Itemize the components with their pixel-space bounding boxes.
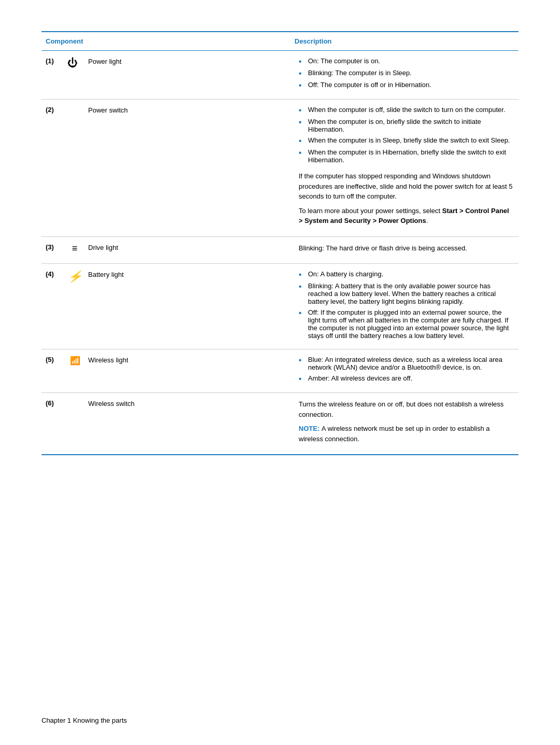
table-header: Component Description xyxy=(41,32,519,51)
component-header: Component xyxy=(41,35,290,47)
list-item: • Blinking: A battery that is the only a… xyxy=(299,282,514,305)
row-number-1: (1) xyxy=(46,57,61,65)
power-switch-plain-1: If the computer has stopped responding a… xyxy=(299,171,514,202)
power-switch-plain-2: To learn more about your power settings,… xyxy=(299,206,514,226)
description-header: Description xyxy=(290,35,519,47)
bullet-text: Off: If the computer is plugged into an … xyxy=(308,308,514,340)
description-cell-power-light: • On: The computer is on. • Blinking: Th… xyxy=(290,51,519,99)
component-cell-wireless-switch: (6) Wireless switch xyxy=(41,393,290,454)
bullet-icon: • xyxy=(299,81,304,90)
bullet-text: On: A battery is charging. xyxy=(308,270,383,278)
list-item: • Blue: An integrated wireless device, s… xyxy=(299,356,514,371)
battery-light-label: Battery light xyxy=(88,270,124,278)
bullet-icon: • xyxy=(299,283,304,291)
list-item: • Blinking: The computer is in Sleep. xyxy=(299,69,514,78)
description-cell-battery-light: • On: A battery is charging. • Blinking:… xyxy=(290,264,519,349)
bullet-text: Blue: An integrated wireless device, suc… xyxy=(308,356,514,371)
row-number-3: (3) xyxy=(46,243,61,251)
bullet-text: When the computer is off, slide the swit… xyxy=(308,106,506,114)
list-item: • When the computer is in Hibernation, b… xyxy=(299,148,514,164)
power-light-bullets: • On: The computer is on. • Blinking: Th… xyxy=(299,57,514,90)
bullet-icon: • xyxy=(299,375,304,383)
wireless-light-label: Wireless light xyxy=(88,356,128,364)
wireless-light-bullets: • Blue: An integrated wireless device, s… xyxy=(299,356,514,383)
row-number-5: (5) xyxy=(46,356,61,363)
page-footer: Chapter 1 Knowing the parts xyxy=(41,716,127,724)
description-cell-drive-light: Blinking: The hard drive or flash drive … xyxy=(290,237,519,264)
row-number-2: (2) xyxy=(46,106,61,114)
list-item: • Amber: All wireless devices are off. xyxy=(299,374,514,383)
components-table: Component Description (1) ⏻ Power light … xyxy=(41,31,519,455)
list-item: • Off: The computer is off or in Hiberna… xyxy=(299,81,514,90)
bullet-text: Blinking: The computer is in Sleep. xyxy=(308,69,412,77)
footer-text: Chapter 1 Knowing the parts xyxy=(41,716,127,724)
table-row: (5) 📶 Wireless light • Blue: An integrat… xyxy=(41,349,519,393)
table-row: (3) ≡ Drive light Blinking: The hard dri… xyxy=(41,237,519,264)
power-icon: ⏻ xyxy=(67,57,82,69)
wireless-switch-note: NOTE: A wireless network must be set up … xyxy=(299,424,514,444)
table-row: (6) Wireless switch Turns the wireless f… xyxy=(41,393,519,454)
power-light-label: Power light xyxy=(88,57,121,65)
battery-light-bullets: • On: A battery is charging. • Blinking:… xyxy=(299,270,514,340)
table-row: (1) ⏻ Power light • On: The computer is … xyxy=(41,51,519,100)
note-text: A wireless network must be set up in ord… xyxy=(299,425,490,443)
component-cell-drive-light: (3) ≡ Drive light xyxy=(41,237,290,264)
bullet-icon: • xyxy=(299,58,304,66)
component-cell-wireless-light: (5) 📶 Wireless light xyxy=(41,349,290,392)
bold-text: Start > Control Panel > System and Secur… xyxy=(299,207,509,225)
bullet-text: When the computer is on, briefly slide t… xyxy=(308,118,514,133)
bullet-icon: • xyxy=(299,309,304,317)
bullet-icon: • xyxy=(299,69,304,78)
power-switch-bullets: • When the computer is off, slide the sw… xyxy=(299,106,514,164)
bullet-icon: • xyxy=(299,356,304,364)
bullet-text: When the computer is in Sleep, briefly s… xyxy=(308,136,510,144)
list-item: • When the computer is off, slide the sw… xyxy=(299,106,514,115)
bullet-text: Blinking: A battery that is the only ava… xyxy=(308,282,514,305)
bullet-text: Off: The computer is off or in Hibernati… xyxy=(308,81,431,89)
bullet-icon: • xyxy=(299,106,304,115)
table-row: (2) Power switch • When the computer is … xyxy=(41,100,519,237)
list-item: • Off: If the computer is plugged into a… xyxy=(299,308,514,340)
bullet-text: On: The computer is on. xyxy=(308,57,380,65)
description-cell-power-switch: • When the computer is off, slide the sw… xyxy=(290,100,519,236)
note-label: NOTE: xyxy=(299,425,321,432)
row-number-6: (6) xyxy=(46,399,61,407)
list-item: • When the computer is on, briefly slide… xyxy=(299,118,514,133)
description-cell-wireless-switch: Turns the wireless feature on or off, bu… xyxy=(290,393,519,454)
row-number-4: (4) xyxy=(46,270,61,278)
battery-icon: ⚡ xyxy=(67,270,82,284)
drive-light-text: Blinking: The hard drive or flash drive … xyxy=(299,243,514,254)
bullet-text: Amber: All wireless devices are off. xyxy=(308,374,412,382)
bullet-icon: • xyxy=(299,149,304,157)
component-cell-power-light: (1) ⏻ Power light xyxy=(41,51,290,99)
bullet-icon: • xyxy=(299,271,304,279)
wireless-switch-label: Wireless switch xyxy=(88,399,135,407)
component-cell-battery-light: (4) ⚡ Battery light xyxy=(41,264,290,349)
wireless-icon: 📶 xyxy=(67,356,82,366)
power-switch-label: Power switch xyxy=(88,106,128,114)
drive-icon: ≡ xyxy=(67,243,82,254)
bullet-icon: • xyxy=(299,137,304,145)
list-item: • On: A battery is charging. xyxy=(299,270,514,279)
bullet-icon: • xyxy=(299,118,304,126)
list-item: • On: The computer is on. xyxy=(299,57,514,66)
wireless-switch-text: Turns the wireless feature on or off, bu… xyxy=(299,399,514,419)
drive-light-label: Drive light xyxy=(88,243,118,251)
list-item: • When the computer is in Sleep, briefly… xyxy=(299,136,514,145)
component-cell-power-switch: (2) Power switch xyxy=(41,100,290,236)
table-row: (4) ⚡ Battery light • On: A battery is c… xyxy=(41,264,519,349)
bullet-text: When the computer is in Hibernation, bri… xyxy=(308,148,514,164)
description-cell-wireless-light: • Blue: An integrated wireless device, s… xyxy=(290,349,519,392)
